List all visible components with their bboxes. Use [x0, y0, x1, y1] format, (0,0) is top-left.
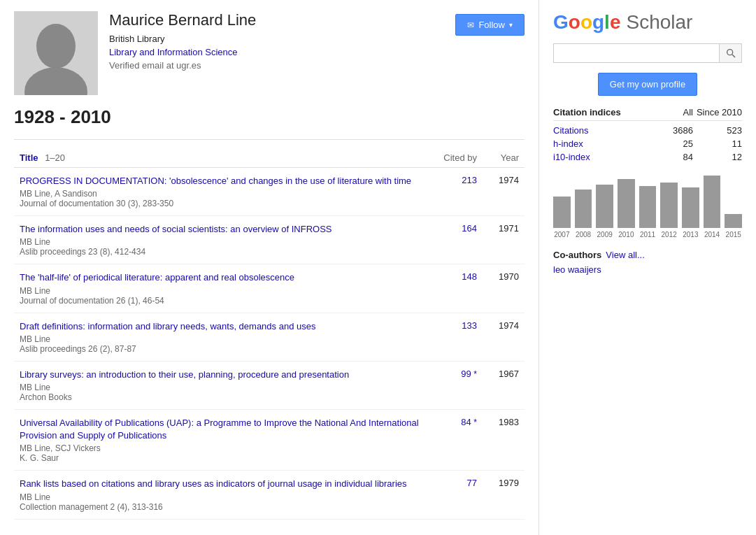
cited-by-cell: 133	[427, 313, 483, 361]
get-profile-button[interactable]: Get my own profile	[598, 73, 697, 96]
paper-title-link[interactable]: Rank lists based on citations and librar…	[20, 478, 421, 490]
g-red: o	[569, 11, 580, 33]
table-row: PROGRESS IN DOCUMENTATION: 'obsolescence…	[14, 168, 525, 216]
g-green: l	[604, 11, 610, 33]
table-row: Universal Availability of Publications (…	[14, 409, 525, 470]
chart-bar	[596, 185, 613, 228]
coauthors-section: Co-authors View all... leo waaijers	[553, 250, 742, 275]
search-input[interactable]	[553, 43, 720, 63]
ci-row-label: i10-index	[553, 152, 644, 162]
view-all-link[interactable]: View all...	[606, 250, 644, 260]
paper-journal: Aslib proceedings 26 (2), 87-87	[20, 344, 421, 354]
cited-by-link[interactable]: 77	[467, 478, 477, 488]
cited-by-cell: 84 *	[427, 409, 483, 470]
follow-label: Follow	[478, 20, 505, 30]
profile-image	[14, 11, 98, 95]
year-cell: 1979	[483, 471, 525, 519]
cited-by-link[interactable]: 133	[462, 320, 477, 331]
search-button[interactable]	[720, 43, 742, 63]
chart-bar	[725, 214, 742, 228]
g-red2: e	[610, 11, 621, 33]
paper-journal: Aslib proceedings 23 (8), 412-434	[20, 247, 421, 257]
year-cell: 1967	[483, 361, 525, 409]
paper-journal: Journal of documentation 30 (3), 283-350	[20, 199, 421, 208]
paper-title-cell: Library surveys: an introduction to thei…	[14, 361, 427, 409]
year-cell: 1970	[483, 264, 525, 313]
table-row: Draft definitions: information and libra…	[14, 313, 525, 361]
chart-bar	[704, 176, 721, 228]
g-blue: G	[553, 11, 569, 33]
ci-row-all: 84	[644, 152, 693, 162]
chart-bar	[575, 190, 592, 228]
chart-bar	[682, 187, 699, 228]
ci-rows: Citations3686523h-index2511i10-index8412	[553, 124, 742, 164]
chart-bar	[660, 183, 678, 228]
search-icon	[725, 48, 736, 59]
title-column-header: Title 1–20	[14, 148, 427, 168]
left-panel: Maurice Bernard Line British Library Lib…	[0, 0, 539, 535]
ci-title: Citation indices	[553, 107, 644, 117]
profile-field-link[interactable]: Library and Information Science	[109, 47, 455, 57]
paper-authors: MB Line	[20, 286, 421, 296]
bar-label: 2009	[596, 231, 613, 238]
paper-title-link[interactable]: Library surveys: an introduction to thei…	[20, 369, 421, 381]
chart-bar	[553, 197, 571, 228]
coauthors-header: Co-authors View all...	[553, 250, 742, 260]
year-cell: 1974	[483, 168, 525, 216]
paper-title-link[interactable]: PROGRESS IN DOCUMENTATION: 'obsolescence…	[20, 175, 421, 187]
google-wordmark: Google	[553, 11, 620, 34]
paper-journal: K. G. Saur	[20, 453, 421, 463]
svg-point-0	[727, 50, 732, 55]
ci-row-since: 12	[693, 152, 742, 162]
paper-title-link[interactable]: The 'half-life' of periodical literature…	[20, 271, 421, 284]
paper-title-cell: Universal Availability of Publications (…	[14, 409, 427, 470]
cited-by-cell: 99 *	[427, 361, 483, 409]
paper-title-link[interactable]: Draft definitions: information and libra…	[20, 320, 421, 333]
profile-info: Maurice Bernard Line British Library Lib…	[109, 11, 455, 71]
chart-bar	[618, 179, 635, 228]
cited-by-cell: 164	[427, 216, 483, 264]
cited-by-link[interactable]: 213	[462, 175, 477, 185]
google-scholar-logo: Google Scholar	[553, 11, 742, 34]
g-yellow: o	[580, 11, 592, 33]
paper-title-link[interactable]: Universal Availability of Publications (…	[20, 417, 421, 442]
ci-row-label: Citations	[553, 125, 644, 136]
year-column-header: Year	[483, 148, 525, 168]
coauthor-link[interactable]: leo waaijers	[553, 264, 742, 275]
paper-title-link[interactable]: The information uses and needs of social…	[20, 223, 421, 236]
cited-by-link[interactable]: 84 *	[461, 417, 477, 427]
ci-row: Citations3686523	[553, 124, 742, 137]
ci-row-label: h-index	[553, 138, 644, 149]
paper-journal: Journal of documentation 26 (1), 46-54	[20, 296, 421, 306]
bar-label: 2013	[682, 231, 699, 238]
divider-1	[14, 139, 525, 140]
profile-name: Maurice Bernard Line	[109, 11, 455, 29]
ci-row-all: 25	[644, 138, 693, 149]
cited-by-cell: 77	[427, 471, 483, 519]
cited-by-column-header: Cited by	[427, 148, 483, 168]
profile-email: Verified email at ugr.es	[109, 60, 455, 71]
cited-by-link[interactable]: 99 *	[461, 369, 477, 379]
paper-authors: MB Line, SCJ Vickers	[20, 443, 421, 453]
paper-title-cell: Draft definitions: information and libra…	[14, 313, 427, 361]
cited-by-link[interactable]: 148	[462, 271, 477, 282]
ci-row-since: 523	[693, 125, 742, 136]
bar-labels: 200720082009201020112012201320142015	[553, 231, 742, 238]
table-row: The information uses and needs of social…	[14, 216, 525, 264]
table-row: Library surveys: an introduction to thei…	[14, 361, 525, 409]
svg-line-1	[732, 55, 735, 57]
cited-by-cell: 213	[427, 168, 483, 216]
bar-chart: 200720082009201020112012201320142015	[553, 173, 742, 238]
title-col-range: 1–20	[45, 152, 65, 163]
follow-button[interactable]: ✉ Follow ▾	[455, 14, 525, 36]
bar-label: 2011	[639, 231, 657, 238]
paper-journal: Archon Books	[20, 392, 421, 402]
search-box	[553, 43, 742, 63]
cited-by-link[interactable]: 164	[462, 223, 477, 234]
paper-authors: MB Line	[20, 383, 421, 392]
paper-title-cell: The 'half-life' of periodical literature…	[14, 264, 427, 313]
paper-title-cell: The information uses and needs of social…	[14, 216, 427, 264]
bar-label: 2010	[618, 231, 635, 238]
year-cell: 1983	[483, 409, 525, 470]
citation-indices-section: Citation indices All Since 2010 Citation…	[553, 107, 742, 164]
